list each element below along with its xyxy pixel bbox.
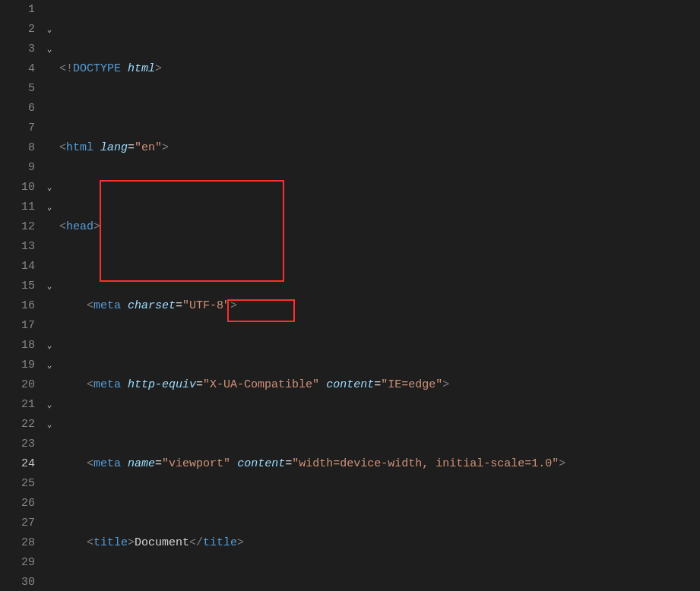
fold-marker[interactable]: ⌄ — [43, 178, 56, 198]
fold-marker[interactable] — [43, 316, 56, 336]
fold-marker[interactable]: ⌄ — [43, 40, 56, 59]
line-number[interactable]: 9 — [0, 158, 35, 178]
line-number[interactable]: 17 — [0, 316, 35, 336]
fold-marker[interactable]: ⌄ — [43, 20, 56, 40]
code-line[interactable]: <meta http-equiv="X-UA-Compatible" conte… — [56, 375, 700, 395]
line-number[interactable]: 25 — [0, 474, 35, 494]
fold-marker[interactable] — [43, 79, 56, 99]
fold-marker[interactable] — [43, 435, 56, 454]
code-line[interactable]: <meta name="viewport" content="width=dev… — [56, 454, 700, 474]
fold-marker[interactable] — [43, 99, 56, 119]
line-number[interactable]: 22 — [0, 415, 35, 435]
fold-marker[interactable]: ⌄ — [43, 395, 56, 415]
fold-marker[interactable] — [43, 514, 56, 533]
code-line[interactable]: <!DOCTYPE html> — [56, 59, 700, 79]
fold-marker[interactable] — [43, 158, 56, 178]
line-number[interactable]: 23 — [0, 435, 35, 454]
line-number[interactable]: 19 — [0, 356, 35, 375]
fold-marker[interactable] — [43, 494, 56, 514]
fold-marker[interactable] — [43, 296, 56, 316]
code-line[interactable]: <meta charset="UTF-8"> — [56, 296, 700, 316]
line-number[interactable]: 8 — [0, 138, 35, 158]
line-number[interactable]: 13 — [0, 237, 35, 257]
fold-marker[interactable] — [43, 375, 56, 395]
code-line[interactable]: <head> — [56, 217, 700, 237]
fold-marker[interactable] — [43, 573, 56, 591]
fold-marker[interactable]: ⌄ — [43, 356, 56, 375]
line-number[interactable]: 10 — [0, 178, 35, 198]
line-number[interactable]: 18 — [0, 336, 35, 356]
fold-marker[interactable]: ⌄ — [43, 336, 56, 356]
code-line[interactable]: <title>Document</title> — [56, 533, 700, 553]
line-number[interactable]: 15 — [0, 277, 35, 296]
line-number[interactable]: 16 — [0, 296, 35, 316]
fold-marker[interactable] — [43, 138, 56, 158]
fold-marker[interactable] — [43, 237, 56, 257]
line-number[interactable]: 28 — [0, 533, 35, 553]
fold-marker[interactable] — [43, 454, 56, 474]
line-number[interactable]: 11 — [0, 198, 35, 217]
fold-marker[interactable]: ⌄ — [43, 415, 56, 435]
line-number[interactable]: 12 — [0, 217, 35, 237]
line-number[interactable]: 3 — [0, 40, 35, 59]
line-number[interactable]: 20 — [0, 375, 35, 395]
line-number[interactable]: 1 — [0, 0, 35, 20]
fold-marker[interactable] — [43, 59, 56, 79]
code-editor[interactable]: 1234567891011121314151617181920212223242… — [0, 0, 700, 591]
fold-marker[interactable] — [43, 0, 56, 20]
fold-marker[interactable] — [43, 474, 56, 494]
line-number[interactable]: 6 — [0, 99, 35, 119]
fold-column[interactable]: ⌄⌄⌄⌄⌄⌄⌄⌄⌄ — [43, 0, 56, 591]
fold-marker[interactable] — [43, 533, 56, 553]
fold-marker[interactable] — [43, 257, 56, 277]
fold-marker[interactable]: ⌄ — [43, 277, 56, 296]
fold-marker[interactable] — [43, 217, 56, 237]
line-number-gutter[interactable]: 1234567891011121314151617181920212223242… — [0, 0, 43, 591]
line-number[interactable]: 7 — [0, 119, 35, 138]
line-number[interactable]: 5 — [0, 79, 35, 99]
code-line[interactable]: <html lang="en"> — [56, 138, 700, 158]
code-area[interactable]: <!DOCTYPE html> <html lang="en"> <head> … — [56, 0, 700, 591]
fold-marker[interactable] — [43, 119, 56, 138]
line-number[interactable]: 4 — [0, 59, 35, 79]
line-number[interactable]: 24 — [0, 454, 35, 474]
fold-marker[interactable] — [43, 553, 56, 573]
line-number[interactable]: 27 — [0, 514, 35, 533]
line-number[interactable]: 29 — [0, 553, 35, 573]
line-number[interactable]: 30 — [0, 573, 35, 591]
line-number[interactable]: 21 — [0, 395, 35, 415]
line-number[interactable]: 2 — [0, 20, 35, 40]
fold-marker[interactable]: ⌄ — [43, 198, 56, 217]
line-number[interactable]: 14 — [0, 257, 35, 277]
line-number[interactable]: 26 — [0, 494, 35, 514]
